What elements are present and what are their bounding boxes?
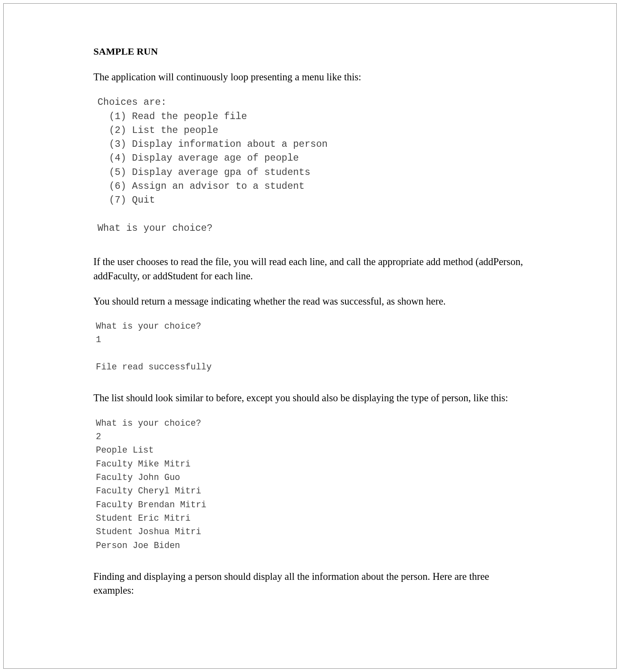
document-page: SAMPLE RUN The application will continuo… <box>3 3 617 669</box>
paragraph-success-msg: You should return a message indicating w… <box>93 294 527 308</box>
code-people-list: What is your choice? 2 People List Facul… <box>96 417 527 553</box>
section-heading: SAMPLE RUN <box>93 46 527 57</box>
paragraph-display-person: Finding and displaying a person should d… <box>93 570 527 598</box>
code-menu-choices: Choices are: (1) Read the people file (2… <box>97 95 527 235</box>
paragraph-list-intro: The list should look similar to before, … <box>93 391 527 405</box>
paragraph-read-file: If the user chooses to read the file, yo… <box>93 255 527 283</box>
code-read-success: What is your choice? 1 File read success… <box>96 320 527 374</box>
paragraph-intro: The application will continuously loop p… <box>93 70 527 84</box>
